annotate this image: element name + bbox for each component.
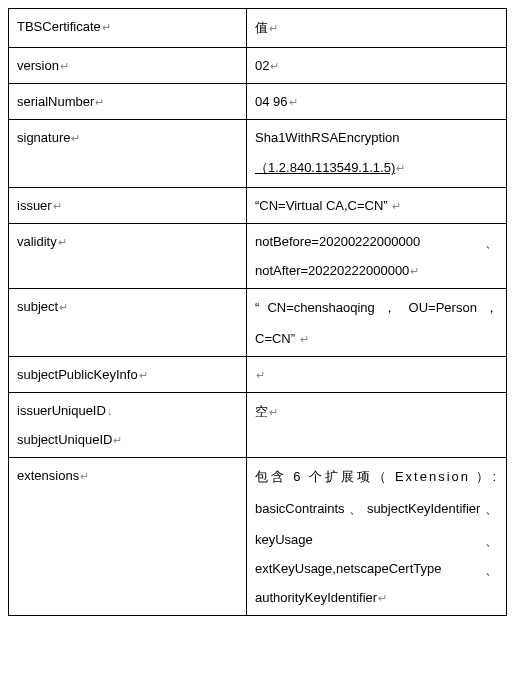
paragraph-mark-icon: ↵ [59,301,68,313]
trailing-separator: 、 [485,234,498,252]
paragraph-mark-icon: ↵ [71,132,80,144]
cell-key-validity: validity↵ [9,224,247,289]
cell-key-version: version↵ [9,48,247,84]
table-row: issuer↵ “CN=Virtual CA,C=CN” ↵ [9,188,507,224]
cell-val-subject: “ CN=chenshaoqing ， OU=Person ， C=CN” ↵ [247,289,507,357]
header-cell-value: 值↵ [247,9,507,48]
value-text-line4: extKeyUsage,netscapeCertType [255,561,441,576]
cell-key-uniqueids: issuerUniqueID↓ subjectUniqueID↵ [9,393,247,458]
cell-val-version: 02↵ [247,48,507,84]
cell-val-subjectpublickeyinfo: ↵ [247,357,507,393]
cell-key-issuer: issuer↵ [9,188,247,224]
table-row: issuerUniqueID↓ subjectUniqueID↵ 空↵ [9,393,507,458]
header-key-text: TBSCertificate [17,19,101,34]
key-text: issuer [17,198,52,213]
value-text-line2: basicContraints、subjectKeyIdentifier、 [255,501,498,516]
paragraph-mark-icon: ↵ [139,369,148,381]
value-text-line1: notBefore=20200222000000 [255,234,420,249]
value-text-line2: notAfter=20220222000000 [255,263,409,278]
key-text: subjectPublicKeyInfo [17,367,138,382]
paragraph-mark-icon: ↵ [270,60,279,72]
table-row: validity↵ notBefore=20200222000000、 notA… [9,224,507,289]
paragraph-mark-icon: ↵ [378,592,387,604]
paragraph-mark-icon: ↵ [256,369,265,381]
table-body: TBSCertificate↵ 值↵ version↵ 02↵ serialNu… [9,9,507,616]
paragraph-mark-icon: ↵ [410,265,419,277]
trailing-separator: 、 [485,532,498,550]
paragraph-mark-icon: ↵ [300,333,309,345]
key-text: subject [17,299,58,314]
tbscertificate-table: TBSCertificate↵ 值↵ version↵ 02↵ serialNu… [8,8,507,616]
paragraph-mark-icon: ↵ [113,434,122,446]
table-row: extensions↵ 包含 6 个扩展项（ Extension ）: basi… [9,458,507,616]
key-text: version [17,58,59,73]
cell-val-issuer: “CN=Virtual CA,C=CN” ↵ [247,188,507,224]
table-row: subject↵ “ CN=chenshaoqing ， OU=Person ，… [9,289,507,357]
cell-key-subjectpublickeyinfo: subjectPublicKeyInfo↵ [9,357,247,393]
value-text: 04 96 [255,94,288,109]
paragraph-mark-icon: ↵ [392,200,401,212]
table-row-header: TBSCertificate↵ 值↵ [9,9,507,48]
trailing-separator: 、 [485,561,498,579]
value-text-line5: authorityKeyIdentifier [255,590,377,605]
paragraph-mark-icon: ↵ [102,21,111,33]
value-text-line1: “ CN=chenshaoqing ， OU=Person ， [255,300,498,315]
header-value-text: 值 [255,20,268,35]
cell-key-serialnumber: serialNumber↵ [9,84,247,120]
cell-val-serialnumber: 04 96↵ [247,84,507,120]
paragraph-mark-icon: ↵ [80,470,89,482]
paragraph-mark-icon: ↵ [58,236,67,248]
value-text-line2: C=CN” [255,331,295,346]
paragraph-mark-icon: ↵ [269,22,278,34]
value-text-line2: （1.2.840.113549.1.1.5) [255,160,395,175]
table-row: signature↵ Sha1WithRSAEncryption （1.2.84… [9,120,507,188]
paragraph-mark-icon: ↵ [60,60,69,72]
downarrow-mark-icon: ↓ [107,405,113,417]
paragraph-mark-icon: ↵ [396,162,405,174]
key-text: signature [17,130,70,145]
cell-key-signature: signature↵ [9,120,247,188]
cell-key-subject: subject↵ [9,289,247,357]
cell-val-extensions: 包含 6 个扩展项（ Extension ）: basicContraints、… [247,458,507,616]
cell-val-validity: notBefore=20200222000000、 notAfter=20220… [247,224,507,289]
value-text-line3: keyUsage [255,532,313,547]
key-text: extensions [17,468,79,483]
value-text: 02 [255,58,269,73]
key-text: serialNumber [17,94,94,109]
cell-val-signature: Sha1WithRSAEncryption （1.2.840.113549.1.… [247,120,507,188]
table-row: subjectPublicKeyInfo↵ ↵ [9,357,507,393]
table-row: version↵ 02↵ [9,48,507,84]
value-text-line1: 包含 6 个扩展项（ Extension ）: [255,469,498,484]
paragraph-mark-icon: ↵ [53,200,62,212]
key-text-issueruniqueid: issuerUniqueID [17,403,106,418]
key-text: validity [17,234,57,249]
paragraph-mark-icon: ↵ [95,96,104,108]
value-text: “CN=Virtual CA,C=CN” [255,198,388,213]
key-text-subjectuniqueid: subjectUniqueID [17,432,112,447]
value-text: 空 [255,404,268,419]
paragraph-mark-icon: ↵ [269,406,278,418]
cell-val-uniqueids: 空↵ [247,393,507,458]
paragraph-mark-icon: ↵ [289,96,298,108]
cell-key-extensions: extensions↵ [9,458,247,616]
table-row: serialNumber↵ 04 96↵ [9,84,507,120]
header-cell-key: TBSCertificate↵ [9,9,247,48]
value-text-line1: Sha1WithRSAEncryption [255,130,400,145]
